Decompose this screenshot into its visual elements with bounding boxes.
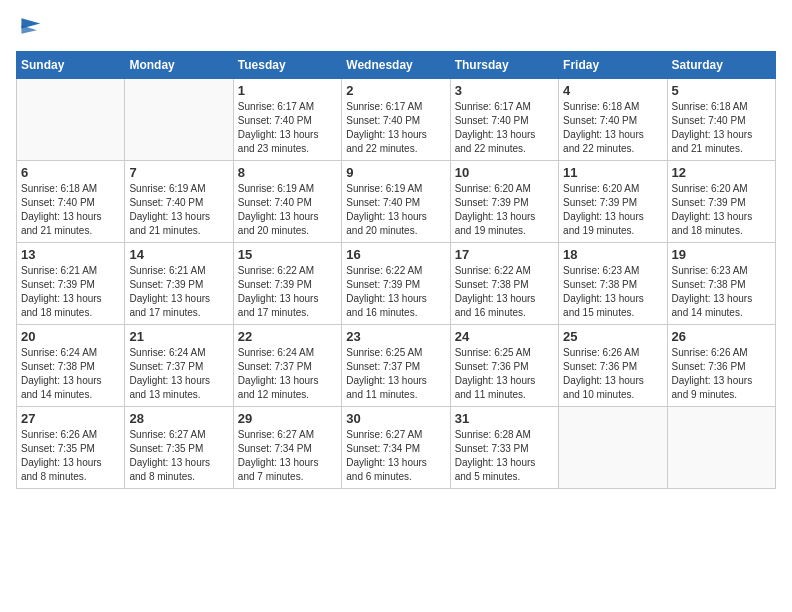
calendar-cell: 22Sunrise: 6:24 AM Sunset: 7:37 PM Dayli…	[233, 325, 341, 407]
calendar-cell: 28Sunrise: 6:27 AM Sunset: 7:35 PM Dayli…	[125, 407, 233, 489]
day-info: Sunrise: 6:23 AM Sunset: 7:38 PM Dayligh…	[563, 264, 662, 320]
day-info: Sunrise: 6:26 AM Sunset: 7:36 PM Dayligh…	[563, 346, 662, 402]
day-info: Sunrise: 6:28 AM Sunset: 7:33 PM Dayligh…	[455, 428, 554, 484]
day-info: Sunrise: 6:21 AM Sunset: 7:39 PM Dayligh…	[129, 264, 228, 320]
day-number: 5	[672, 83, 771, 98]
day-info: Sunrise: 6:22 AM Sunset: 7:38 PM Dayligh…	[455, 264, 554, 320]
calendar-cell: 17Sunrise: 6:22 AM Sunset: 7:38 PM Dayli…	[450, 243, 558, 325]
day-info: Sunrise: 6:27 AM Sunset: 7:34 PM Dayligh…	[346, 428, 445, 484]
day-number: 15	[238, 247, 337, 262]
day-number: 1	[238, 83, 337, 98]
day-info: Sunrise: 6:27 AM Sunset: 7:35 PM Dayligh…	[129, 428, 228, 484]
calendar-cell: 8Sunrise: 6:19 AM Sunset: 7:40 PM Daylig…	[233, 161, 341, 243]
day-info: Sunrise: 6:24 AM Sunset: 7:38 PM Dayligh…	[21, 346, 120, 402]
calendar-cell	[17, 79, 125, 161]
day-number: 17	[455, 247, 554, 262]
week-row: 6Sunrise: 6:18 AM Sunset: 7:40 PM Daylig…	[17, 161, 776, 243]
calendar-cell: 9Sunrise: 6:19 AM Sunset: 7:40 PM Daylig…	[342, 161, 450, 243]
day-of-week-header: Wednesday	[342, 52, 450, 79]
calendar-cell: 26Sunrise: 6:26 AM Sunset: 7:36 PM Dayli…	[667, 325, 775, 407]
calendar-cell: 2Sunrise: 6:17 AM Sunset: 7:40 PM Daylig…	[342, 79, 450, 161]
calendar-cell: 20Sunrise: 6:24 AM Sunset: 7:38 PM Dayli…	[17, 325, 125, 407]
day-number: 23	[346, 329, 445, 344]
day-number: 21	[129, 329, 228, 344]
calendar-cell: 11Sunrise: 6:20 AM Sunset: 7:39 PM Dayli…	[559, 161, 667, 243]
week-row: 1Sunrise: 6:17 AM Sunset: 7:40 PM Daylig…	[17, 79, 776, 161]
calendar-cell: 3Sunrise: 6:17 AM Sunset: 7:40 PM Daylig…	[450, 79, 558, 161]
day-number: 7	[129, 165, 228, 180]
week-row: 13Sunrise: 6:21 AM Sunset: 7:39 PM Dayli…	[17, 243, 776, 325]
day-of-week-header: Friday	[559, 52, 667, 79]
day-number: 29	[238, 411, 337, 426]
logo-flag-icon	[18, 16, 42, 36]
day-number: 18	[563, 247, 662, 262]
calendar-cell: 29Sunrise: 6:27 AM Sunset: 7:34 PM Dayli…	[233, 407, 341, 489]
day-number: 28	[129, 411, 228, 426]
day-number: 9	[346, 165, 445, 180]
calendar-cell: 23Sunrise: 6:25 AM Sunset: 7:37 PM Dayli…	[342, 325, 450, 407]
day-info: Sunrise: 6:25 AM Sunset: 7:37 PM Dayligh…	[346, 346, 445, 402]
calendar-cell: 4Sunrise: 6:18 AM Sunset: 7:40 PM Daylig…	[559, 79, 667, 161]
day-info: Sunrise: 6:20 AM Sunset: 7:39 PM Dayligh…	[672, 182, 771, 238]
calendar-cell: 16Sunrise: 6:22 AM Sunset: 7:39 PM Dayli…	[342, 243, 450, 325]
day-number: 2	[346, 83, 445, 98]
day-of-week-header: Thursday	[450, 52, 558, 79]
day-number: 25	[563, 329, 662, 344]
calendar-cell: 31Sunrise: 6:28 AM Sunset: 7:33 PM Dayli…	[450, 407, 558, 489]
calendar-cell: 7Sunrise: 6:19 AM Sunset: 7:40 PM Daylig…	[125, 161, 233, 243]
day-number: 31	[455, 411, 554, 426]
calendar-cell: 5Sunrise: 6:18 AM Sunset: 7:40 PM Daylig…	[667, 79, 775, 161]
day-info: Sunrise: 6:19 AM Sunset: 7:40 PM Dayligh…	[129, 182, 228, 238]
calendar-cell: 1Sunrise: 6:17 AM Sunset: 7:40 PM Daylig…	[233, 79, 341, 161]
day-number: 11	[563, 165, 662, 180]
day-number: 26	[672, 329, 771, 344]
day-number: 8	[238, 165, 337, 180]
calendar-cell: 6Sunrise: 6:18 AM Sunset: 7:40 PM Daylig…	[17, 161, 125, 243]
day-info: Sunrise: 6:18 AM Sunset: 7:40 PM Dayligh…	[21, 182, 120, 238]
calendar-cell: 24Sunrise: 6:25 AM Sunset: 7:36 PM Dayli…	[450, 325, 558, 407]
calendar-cell: 10Sunrise: 6:20 AM Sunset: 7:39 PM Dayli…	[450, 161, 558, 243]
day-number: 4	[563, 83, 662, 98]
calendar-cell: 19Sunrise: 6:23 AM Sunset: 7:38 PM Dayli…	[667, 243, 775, 325]
day-info: Sunrise: 6:17 AM Sunset: 7:40 PM Dayligh…	[346, 100, 445, 156]
calendar-cell: 13Sunrise: 6:21 AM Sunset: 7:39 PM Dayli…	[17, 243, 125, 325]
day-info: Sunrise: 6:20 AM Sunset: 7:39 PM Dayligh…	[563, 182, 662, 238]
calendar-cell: 21Sunrise: 6:24 AM Sunset: 7:37 PM Dayli…	[125, 325, 233, 407]
day-of-week-header: Saturday	[667, 52, 775, 79]
day-info: Sunrise: 6:24 AM Sunset: 7:37 PM Dayligh…	[129, 346, 228, 402]
calendar-table: SundayMondayTuesdayWednesdayThursdayFrid…	[16, 51, 776, 489]
day-info: Sunrise: 6:20 AM Sunset: 7:39 PM Dayligh…	[455, 182, 554, 238]
logo	[16, 16, 42, 41]
day-info: Sunrise: 6:22 AM Sunset: 7:39 PM Dayligh…	[238, 264, 337, 320]
calendar-cell: 25Sunrise: 6:26 AM Sunset: 7:36 PM Dayli…	[559, 325, 667, 407]
day-of-week-header: Sunday	[17, 52, 125, 79]
calendar-cell	[125, 79, 233, 161]
calendar-cell: 27Sunrise: 6:26 AM Sunset: 7:35 PM Dayli…	[17, 407, 125, 489]
day-info: Sunrise: 6:19 AM Sunset: 7:40 PM Dayligh…	[238, 182, 337, 238]
day-info: Sunrise: 6:27 AM Sunset: 7:34 PM Dayligh…	[238, 428, 337, 484]
header	[16, 16, 776, 41]
calendar-cell: 14Sunrise: 6:21 AM Sunset: 7:39 PM Dayli…	[125, 243, 233, 325]
day-number: 30	[346, 411, 445, 426]
day-number: 3	[455, 83, 554, 98]
day-number: 13	[21, 247, 120, 262]
day-info: Sunrise: 6:23 AM Sunset: 7:38 PM Dayligh…	[672, 264, 771, 320]
day-info: Sunrise: 6:17 AM Sunset: 7:40 PM Dayligh…	[455, 100, 554, 156]
day-number: 10	[455, 165, 554, 180]
day-info: Sunrise: 6:24 AM Sunset: 7:37 PM Dayligh…	[238, 346, 337, 402]
day-info: Sunrise: 6:18 AM Sunset: 7:40 PM Dayligh…	[672, 100, 771, 156]
week-row: 27Sunrise: 6:26 AM Sunset: 7:35 PM Dayli…	[17, 407, 776, 489]
day-of-week-header: Tuesday	[233, 52, 341, 79]
calendar-cell: 15Sunrise: 6:22 AM Sunset: 7:39 PM Dayli…	[233, 243, 341, 325]
calendar-cell: 30Sunrise: 6:27 AM Sunset: 7:34 PM Dayli…	[342, 407, 450, 489]
day-number: 12	[672, 165, 771, 180]
day-number: 27	[21, 411, 120, 426]
day-info: Sunrise: 6:25 AM Sunset: 7:36 PM Dayligh…	[455, 346, 554, 402]
day-number: 20	[21, 329, 120, 344]
day-info: Sunrise: 6:21 AM Sunset: 7:39 PM Dayligh…	[21, 264, 120, 320]
day-of-week-header: Monday	[125, 52, 233, 79]
day-info: Sunrise: 6:17 AM Sunset: 7:40 PM Dayligh…	[238, 100, 337, 156]
day-info: Sunrise: 6:19 AM Sunset: 7:40 PM Dayligh…	[346, 182, 445, 238]
days-header-row: SundayMondayTuesdayWednesdayThursdayFrid…	[17, 52, 776, 79]
logo-text	[16, 16, 42, 41]
